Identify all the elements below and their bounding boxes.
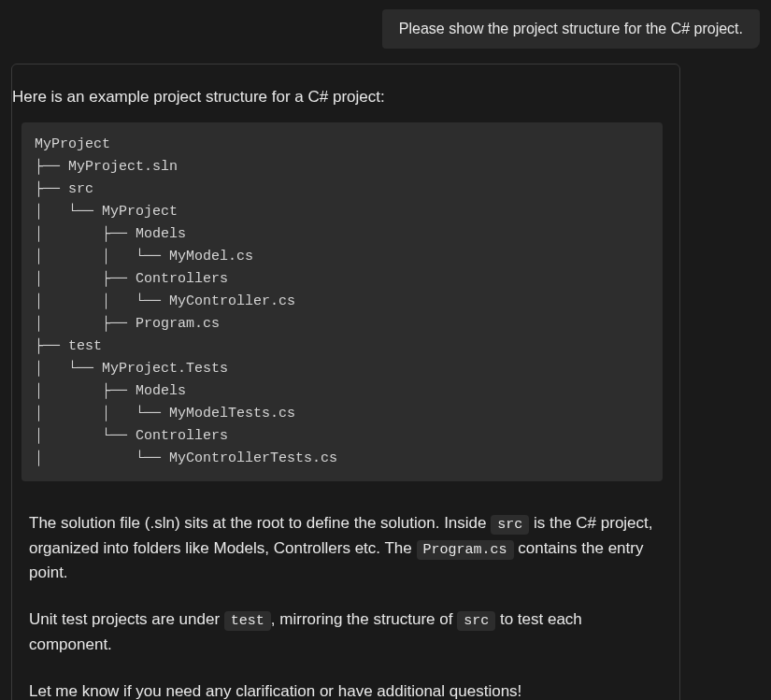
explanation-paragraph-2: Unit test projects are under test, mirro… (12, 607, 679, 657)
paragraph-text: , mirroring the structure of (271, 610, 457, 628)
paragraph-text: The solution file (.sln) sits at the roo… (29, 514, 491, 532)
assistant-response-container: Here is an example project structure for… (0, 64, 692, 700)
code-block[interactable]: MyProject ├── MyProject.sln ├── src │ └─… (21, 122, 663, 481)
paragraph-text: Unit test projects are under (29, 610, 224, 628)
inline-code-src: src (491, 515, 529, 535)
user-message: Please show the project structure for th… (382, 9, 760, 49)
inline-code-test: test (224, 611, 271, 631)
inline-code-program: Program.cs (417, 540, 514, 560)
closing-paragraph: Let me know if you need any clarificatio… (12, 679, 679, 700)
explanation-paragraph-1: The solution file (.sln) sits at the roo… (12, 511, 679, 585)
response-box: Here is an example project structure for… (11, 64, 680, 700)
user-message-container: Please show the project structure for th… (0, 0, 771, 64)
response-intro-text: Here is an example project structure for… (12, 85, 679, 109)
inline-code-src-2: src (457, 611, 495, 631)
